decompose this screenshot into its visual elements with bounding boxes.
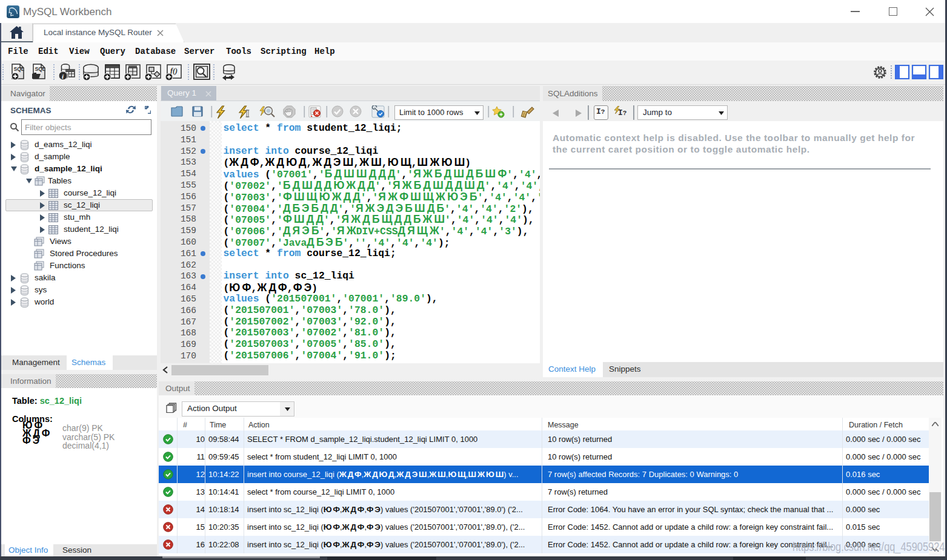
svg-text:SQL: SQL xyxy=(35,66,45,72)
svg-text:SQL: SQL xyxy=(14,66,24,72)
